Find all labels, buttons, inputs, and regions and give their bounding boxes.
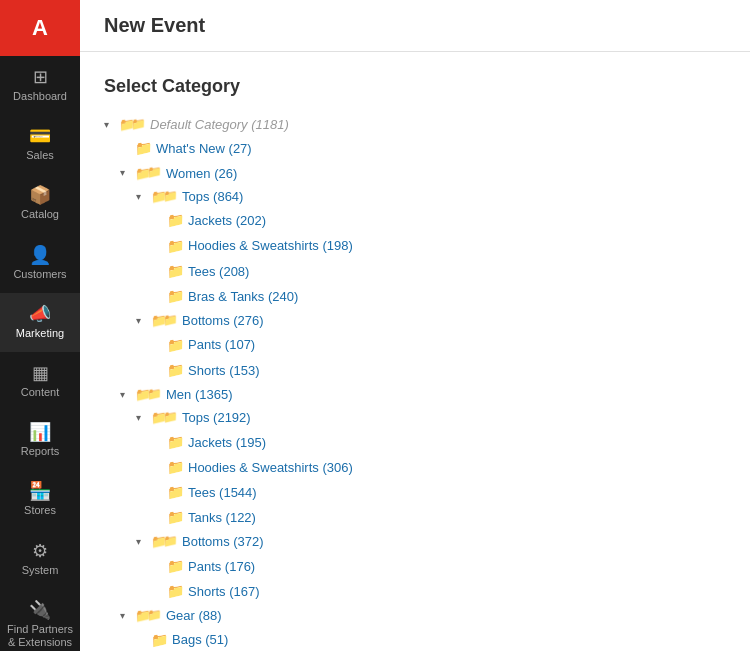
node-text-pants-men[interactable]: Pants (176)	[188, 555, 255, 578]
tree-node-tees-men[interactable]: 📁Tees (1544)	[104, 480, 726, 505]
folder-icon: 📁	[167, 208, 184, 233]
toggle-icon[interactable]: ▾	[136, 188, 148, 206]
folder-pair-icon: 📁📁	[135, 383, 162, 406]
toggle-icon[interactable]: ▾	[120, 386, 132, 404]
folder-pair-icon: 📁📁	[151, 530, 178, 553]
content-area: Select Category ▾📁📁Default Category (118…	[80, 52, 750, 651]
tree-node-hoodies-men[interactable]: 📁Hoodies & Sweatshirts (306)	[104, 455, 726, 480]
node-text-default: Default Category (1181)	[150, 113, 289, 136]
node-text-jackets-women[interactable]: Jackets (202)	[188, 209, 266, 232]
toggle-icon[interactable]: ▾	[120, 164, 132, 182]
node-text-tops-women[interactable]: Tops (864)	[182, 185, 243, 208]
toggle-icon[interactable]: ▾	[104, 116, 116, 134]
node-text-bags[interactable]: Bags (51)	[172, 628, 228, 651]
tree-node-jackets-women[interactable]: 📁Jackets (202)	[104, 208, 726, 233]
node-text-women[interactable]: Women (26)	[166, 162, 237, 185]
find-partners-icon: 🔌	[29, 601, 51, 619]
folder-pair-icon: 📁📁	[135, 604, 162, 627]
folder-icon: 📁	[167, 554, 184, 579]
system-icon: ⚙	[32, 542, 48, 560]
app-logo: A	[0, 0, 80, 56]
toggle-icon[interactable]: ▾	[136, 312, 148, 330]
reports-icon: 📊	[29, 423, 51, 441]
toggle-icon[interactable]: ▾	[120, 607, 132, 625]
node-text-hoodies-men[interactable]: Hoodies & Sweatshirts (306)	[188, 456, 353, 479]
main-panel: New Event Select Category ▾📁📁Default Cat…	[80, 0, 750, 651]
node-text-tees-women[interactable]: Tees (208)	[188, 260, 249, 283]
node-text-bras-women[interactable]: Bras & Tanks (240)	[188, 285, 298, 308]
node-text-bottoms-women[interactable]: Bottoms (276)	[182, 309, 264, 332]
folder-icon: 📁	[167, 358, 184, 383]
sidebar-item-catalog[interactable]: 📦 Catalog	[0, 174, 80, 233]
node-text-gear[interactable]: Gear (88)	[166, 604, 222, 627]
tree-node-tops-men[interactable]: ▾📁📁Tops (2192)	[104, 406, 726, 429]
dashboard-icon: ⊞	[33, 68, 48, 86]
sidebar-item-customers[interactable]: 👤 Customers	[0, 234, 80, 293]
node-text-tees-men[interactable]: Tees (1544)	[188, 481, 257, 504]
tree-node-women[interactable]: ▾📁📁Women (26)	[104, 162, 726, 185]
catalog-icon: 📦	[29, 186, 51, 204]
sidebar-label-reports: Reports	[21, 445, 60, 458]
toggle-icon[interactable]: ▾	[136, 409, 148, 427]
sidebar-label-catalog: Catalog	[21, 208, 59, 221]
tree-node-tees-women[interactable]: 📁Tees (208)	[104, 259, 726, 284]
sidebar-item-system[interactable]: ⚙ System	[0, 530, 80, 589]
tree-node-shorts-men[interactable]: 📁Shorts (167)	[104, 579, 726, 604]
node-text-pants-women[interactable]: Pants (107)	[188, 333, 255, 356]
tree-node-whats-new[interactable]: 📁What's New (27)	[104, 136, 726, 161]
sidebar-item-stores[interactable]: 🏪 Stores	[0, 470, 80, 529]
tree-node-bottoms-women[interactable]: ▾📁📁Bottoms (276)	[104, 309, 726, 332]
sidebar-label-system: System	[22, 564, 59, 577]
folder-pair-icon: 📁📁	[151, 185, 178, 208]
sidebar-item-find-partners[interactable]: 🔌 Find Partners & Extensions	[0, 589, 80, 651]
folder-pair-icon: 📁📁	[151, 309, 178, 332]
sidebar-item-content[interactable]: ▦ Content	[0, 352, 80, 411]
tree-node-pants-men[interactable]: 📁Pants (176)	[104, 554, 726, 579]
section-title: Select Category	[104, 76, 726, 97]
folder-icon: 📁	[135, 136, 152, 161]
sidebar-item-reports[interactable]: 📊 Reports	[0, 411, 80, 470]
folder-icon: 📁	[167, 259, 184, 284]
tree-node-bras-women[interactable]: 📁Bras & Tanks (240)	[104, 284, 726, 309]
sidebar-label-sales: Sales	[26, 149, 54, 162]
sidebar-item-marketing[interactable]: 📣 Marketing	[0, 293, 80, 352]
node-text-jackets-men[interactable]: Jackets (195)	[188, 431, 266, 454]
sidebar-label-dashboard: Dashboard	[13, 90, 67, 103]
sidebar-item-dashboard[interactable]: ⊞ Dashboard	[0, 56, 80, 115]
node-text-shorts-men[interactable]: Shorts (167)	[188, 580, 260, 603]
tree-node-tanks-men[interactable]: 📁Tanks (122)	[104, 505, 726, 530]
stores-icon: 🏪	[29, 482, 51, 500]
sidebar-label-customers: Customers	[13, 268, 66, 281]
folder-icon: 📁	[167, 455, 184, 480]
category-tree: ▾📁📁Default Category (1181)📁What's New (2…	[104, 113, 726, 651]
tree-node-hoodies-women[interactable]: 📁Hoodies & Sweatshirts (198)	[104, 234, 726, 259]
node-text-hoodies-women[interactable]: Hoodies & Sweatshirts (198)	[188, 234, 353, 257]
sidebar-label-content: Content	[21, 386, 60, 399]
folder-icon: 📁	[167, 480, 184, 505]
tree-node-pants-women[interactable]: 📁Pants (107)	[104, 333, 726, 358]
tree-node-men[interactable]: ▾📁📁Men (1365)	[104, 383, 726, 406]
tree-node-jackets-men[interactable]: 📁Jackets (195)	[104, 430, 726, 455]
sales-icon: 💳	[29, 127, 51, 145]
folder-icon: 📁	[151, 628, 168, 651]
tree-node-bags[interactable]: 📁Bags (51)	[104, 628, 726, 651]
folder-icon: 📁	[167, 234, 184, 259]
folder-pair-icon: 📁📁	[135, 162, 162, 185]
tree-node-bottoms-men[interactable]: ▾📁📁Bottoms (372)	[104, 530, 726, 553]
node-text-whats-new[interactable]: What's New (27)	[156, 137, 252, 160]
node-text-men[interactable]: Men (1365)	[166, 383, 232, 406]
tree-node-shorts-women[interactable]: 📁Shorts (153)	[104, 358, 726, 383]
folder-icon: 📁	[167, 505, 184, 530]
tree-node-tops-women[interactable]: ▾📁📁Tops (864)	[104, 185, 726, 208]
sidebar-item-sales[interactable]: 💳 Sales	[0, 115, 80, 174]
node-text-tops-men[interactable]: Tops (2192)	[182, 406, 251, 429]
node-text-tanks-men[interactable]: Tanks (122)	[188, 506, 256, 529]
node-text-bottoms-men[interactable]: Bottoms (372)	[182, 530, 264, 553]
toggle-icon[interactable]: ▾	[136, 533, 148, 551]
tree-node-gear[interactable]: ▾📁📁Gear (88)	[104, 604, 726, 627]
node-text-shorts-women[interactable]: Shorts (153)	[188, 359, 260, 382]
folder-pair-icon: 📁📁	[119, 113, 146, 136]
tree-node-default: ▾📁📁Default Category (1181)	[104, 113, 726, 136]
sidebar: A ⊞ Dashboard 💳 Sales 📦 Catalog 👤 Custom…	[0, 0, 80, 651]
content-icon: ▦	[32, 364, 49, 382]
